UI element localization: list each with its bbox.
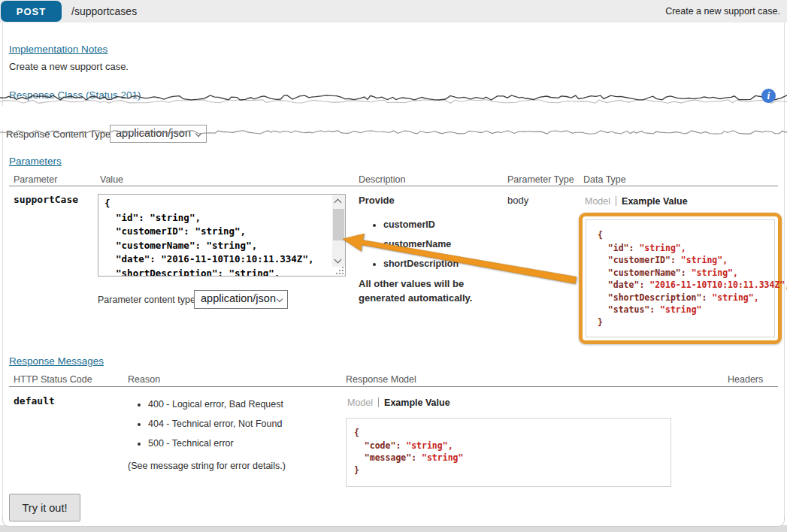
- resize-grip-icon[interactable]: [336, 267, 344, 274]
- card-right-edge: [784, 23, 785, 518]
- reason-bullet-list: 400 - Logical error, Bad Request 404 - T…: [138, 399, 283, 458]
- col-parameter: Parameter: [14, 174, 57, 185]
- col-value: Value: [100, 174, 123, 185]
- data-type-tabs: ModelExample Value: [585, 196, 688, 207]
- parameters-header-divider: [9, 186, 778, 186]
- reason-bullet: 500 - Technical error: [148, 438, 283, 449]
- card-bottom-edge: [2, 516, 785, 527]
- description-bullet-list: customerID customerName shortDescription: [373, 219, 459, 278]
- tab-model[interactable]: Model: [347, 397, 373, 408]
- col-http-status-code: HTTP Status Code: [14, 374, 92, 385]
- textarea-scrollbar[interactable]: [332, 195, 345, 267]
- operation-header: POST /supportcases Create a new support …: [0, 0, 787, 23]
- parameter-content-type-value: application/json: [201, 292, 276, 304]
- parameter-name: supportCase: [14, 194, 78, 205]
- status-code-value: default: [14, 395, 55, 407]
- info-icon[interactable]: i: [761, 89, 776, 103]
- http-method-badge[interactable]: POST: [1, 1, 62, 22]
- col-data-type: Data Type: [583, 174, 626, 185]
- description-bullet: customerID: [383, 219, 459, 230]
- parameter-content-type-select[interactable]: application/json: [194, 290, 288, 309]
- endpoint-path[interactable]: /supportcases: [71, 5, 137, 17]
- reason-bullet: 404 - Technical error, Not Found: [148, 419, 283, 429]
- example-highlight-frame: { "id": "string", "customerID": "string"…: [579, 213, 782, 344]
- scroll-down-icon[interactable]: [334, 256, 342, 264]
- col-parameter-type: Parameter Type: [507, 174, 574, 185]
- response-messages-heading: Response Messages: [9, 355, 104, 367]
- try-it-out-button[interactable]: Try it out!: [9, 494, 80, 521]
- tab-divider: [378, 397, 379, 407]
- tab-model[interactable]: Model: [585, 196, 610, 207]
- parameter-content-type-label: Parameter content type:: [98, 295, 198, 305]
- col-description: Description: [359, 174, 406, 185]
- chevron-down-icon: [277, 296, 283, 302]
- parameters-heading: Parameters: [9, 156, 62, 167]
- response-example-value-box: { "code": "string", "message": "string" …: [346, 418, 671, 487]
- scrollbar-thumb[interactable]: [333, 209, 344, 240]
- scroll-up-icon[interactable]: [334, 199, 342, 207]
- card-left-edge: [2, 23, 3, 518]
- implementation-notes-heading: Implementation Notes: [9, 44, 107, 55]
- response-content-type-value: application/json: [116, 127, 191, 139]
- response-content-type-select[interactable]: application/json: [110, 125, 207, 143]
- description-note: All other values will be generated autom…: [359, 277, 501, 305]
- response-model-tabs: ModelExample Value: [347, 397, 450, 408]
- implementation-notes-text: Create a new support case.: [9, 61, 129, 72]
- response-class-heading: Response Class (Status 201): [9, 89, 141, 101]
- description-bullet: customerName: [383, 239, 459, 249]
- operation-summary: Create a new support case.: [665, 6, 780, 17]
- tab-divider: [616, 196, 616, 206]
- col-reason: Reason: [128, 374, 160, 385]
- parameter-value-textarea[interactable]: { "id": "string", "customerID": "string"…: [98, 194, 346, 277]
- parameter-value-json: { "id": "string", "customerID": "string"…: [104, 197, 313, 277]
- example-value-box: { "id": "string", "customerID": "string"…: [586, 219, 775, 337]
- col-headers: Headers: [728, 374, 763, 385]
- response-content-type-label: Response Content Type: [6, 128, 110, 140]
- tab-example-value[interactable]: Example Value: [384, 397, 450, 408]
- response-header-divider: [9, 386, 778, 387]
- reason-bullet: 400 - Logical error, Bad Request: [148, 399, 283, 410]
- parameter-type-value: body: [507, 195, 528, 206]
- tab-example-value[interactable]: Example Value: [622, 196, 688, 207]
- reason-note: (See message string for error details.): [128, 461, 286, 471]
- col-response-model: Response Model: [346, 374, 416, 385]
- description-bullet: shortDescription: [383, 258, 459, 269]
- chevron-down-icon: [195, 131, 201, 137]
- description-intro: Provide: [359, 195, 395, 206]
